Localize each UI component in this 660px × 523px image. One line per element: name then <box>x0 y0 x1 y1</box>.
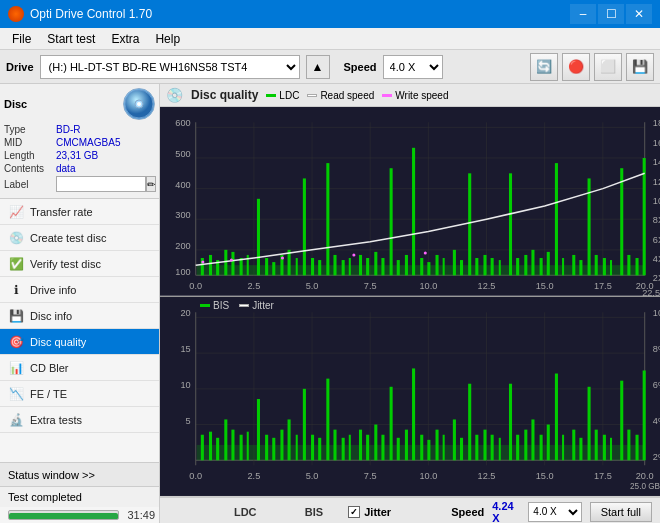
read-speed-legend-label: Read speed <box>320 90 374 101</box>
svg-rect-181 <box>499 438 501 460</box>
menu-file[interactable]: File <box>4 30 39 48</box>
drive-toolbar: 🔄 🔴 ⬜ 💾 <box>530 53 654 81</box>
svg-rect-90 <box>547 252 550 275</box>
disc-contents-row: Contents data <box>4 163 155 174</box>
svg-rect-179 <box>483 429 486 460</box>
disc-label-edit-button[interactable]: ✏ <box>146 176 156 192</box>
svg-rect-70 <box>390 168 393 275</box>
sidebar-item-label: Extra tests <box>30 414 82 426</box>
drive-label: Drive <box>6 61 34 73</box>
eject-button[interactable]: ▲ <box>306 55 330 79</box>
svg-point-103 <box>201 261 204 264</box>
svg-rect-178 <box>475 435 478 461</box>
menu-start-test[interactable]: Start test <box>39 30 103 48</box>
svg-rect-87 <box>524 255 527 275</box>
svg-rect-100 <box>627 255 630 275</box>
svg-rect-150 <box>257 399 260 460</box>
svg-rect-153 <box>280 429 283 460</box>
sidebar-item-extra-tests[interactable]: 🔬 Extra tests <box>0 407 159 433</box>
progress-fill <box>9 513 118 520</box>
svg-rect-156 <box>303 389 306 460</box>
svg-rect-160 <box>333 429 336 460</box>
svg-text:8X: 8X <box>653 215 660 225</box>
disc-contents-value: data <box>56 163 75 174</box>
svg-rect-195 <box>610 438 612 460</box>
svg-text:10X: 10X <box>653 196 660 206</box>
jitter-checkbox[interactable]: ✓ <box>348 506 360 518</box>
sidebar-item-fe-te[interactable]: 📉 FE / TE <box>0 381 159 407</box>
burn-button[interactable]: 🔴 <box>562 53 590 81</box>
app-title: Opti Drive Control 1.70 <box>30 7 152 21</box>
svg-rect-98 <box>610 260 612 275</box>
svg-text:100: 100 <box>175 267 190 277</box>
save-button[interactable]: 💾 <box>626 53 654 81</box>
maximize-button[interactable]: ☐ <box>598 4 624 24</box>
minimize-button[interactable]: – <box>570 4 596 24</box>
svg-text:8%: 8% <box>653 344 660 354</box>
sidebar-item-drive-info[interactable]: ℹ Drive info <box>0 277 159 303</box>
sidebar-item-transfer-rate[interactable]: 📈 Transfer rate <box>0 199 159 225</box>
svg-rect-108 <box>160 297 660 496</box>
svg-rect-80 <box>468 173 471 275</box>
sidebar-item-label: Verify test disc <box>30 258 101 270</box>
status-window-button[interactable]: Status window >> <box>0 463 159 487</box>
svg-rect-162 <box>349 435 351 461</box>
disc-type-row: Type BD-R <box>4 124 155 135</box>
sidebar-item-cd-bler[interactable]: 📊 CD Bler <box>0 355 159 381</box>
svg-rect-84 <box>499 260 501 275</box>
svg-rect-79 <box>460 260 463 275</box>
disc-panel-header: Disc <box>4 88 155 120</box>
sidebar-item-create-test-disc[interactable]: 💿 Create test disc <box>0 225 159 251</box>
drive-info-icon: ℹ <box>8 282 24 298</box>
svg-rect-144 <box>209 431 212 460</box>
speed-select[interactable]: 4.0 X 2.0 X 8.0 X <box>383 55 443 79</box>
svg-rect-194 <box>603 435 606 461</box>
svg-rect-184 <box>524 429 527 460</box>
disc-label-label: Label <box>4 179 56 190</box>
svg-rect-89 <box>540 258 543 275</box>
close-button[interactable]: ✕ <box>626 4 652 24</box>
svg-text:22.5: 22.5 <box>642 288 660 296</box>
svg-rect-59 <box>303 178 306 275</box>
stats-header-row: LDC BIS ✓ Jitter Speed 4.24 X 4.0 X 2.0 … <box>160 498 660 523</box>
erase-button[interactable]: ⬜ <box>594 53 622 81</box>
svg-rect-60 <box>311 258 314 275</box>
start-full-button[interactable]: Start full <box>590 502 652 522</box>
disc-contents-label: Contents <box>4 163 56 174</box>
speed-header-label: Speed <box>451 506 484 518</box>
disc-panel: Disc Type <box>0 84 159 199</box>
svg-rect-182 <box>509 383 512 460</box>
disc-label-input[interactable] <box>56 176 146 192</box>
svg-text:6X: 6X <box>653 235 660 245</box>
svg-rect-148 <box>240 435 243 461</box>
disc-length-value: 23,31 GB <box>56 150 98 161</box>
svg-rect-73 <box>412 148 415 276</box>
svg-rect-180 <box>491 435 494 461</box>
disc-length-label: Length <box>4 150 56 161</box>
svg-rect-166 <box>381 435 384 461</box>
ldc-legend-color <box>266 94 276 97</box>
svg-text:16X: 16X <box>653 138 660 148</box>
sidebar-item-disc-quality[interactable]: 🎯 Disc quality <box>0 329 159 355</box>
svg-point-105 <box>281 256 284 259</box>
speed-select-stats[interactable]: 4.0 X 2.0 X 8.0 X <box>528 502 581 522</box>
chart-area: 💿 Disc quality LDC Read speed Write spee… <box>160 84 660 523</box>
write-speed-legend-label: Write speed <box>395 90 448 101</box>
menu-extra[interactable]: Extra <box>103 30 147 48</box>
menu-help[interactable]: Help <box>147 30 188 48</box>
svg-text:10%: 10% <box>653 308 660 318</box>
drive-select[interactable]: (H:) HL-DT-ST BD-RE WH16NS58 TST4 <box>40 55 300 79</box>
sidebar-item-verify-test-disc[interactable]: ✅ Verify test disc <box>0 251 159 277</box>
sidebar-item-disc-info[interactable]: 💾 Disc info <box>0 303 159 329</box>
svg-rect-58 <box>296 258 298 275</box>
svg-rect-47 <box>209 255 212 275</box>
disc-icon <box>123 88 155 120</box>
write-speed-legend-color <box>382 94 392 97</box>
jitter-header-label: Jitter <box>364 506 391 518</box>
read-speed-legend-color <box>307 94 317 97</box>
svg-text:200: 200 <box>175 241 190 251</box>
svg-rect-186 <box>540 435 543 461</box>
refresh-button[interactable]: 🔄 <box>530 53 558 81</box>
disc-mid-value: CMCMAGBA5 <box>56 137 120 148</box>
svg-text:17.5: 17.5 <box>594 470 612 480</box>
